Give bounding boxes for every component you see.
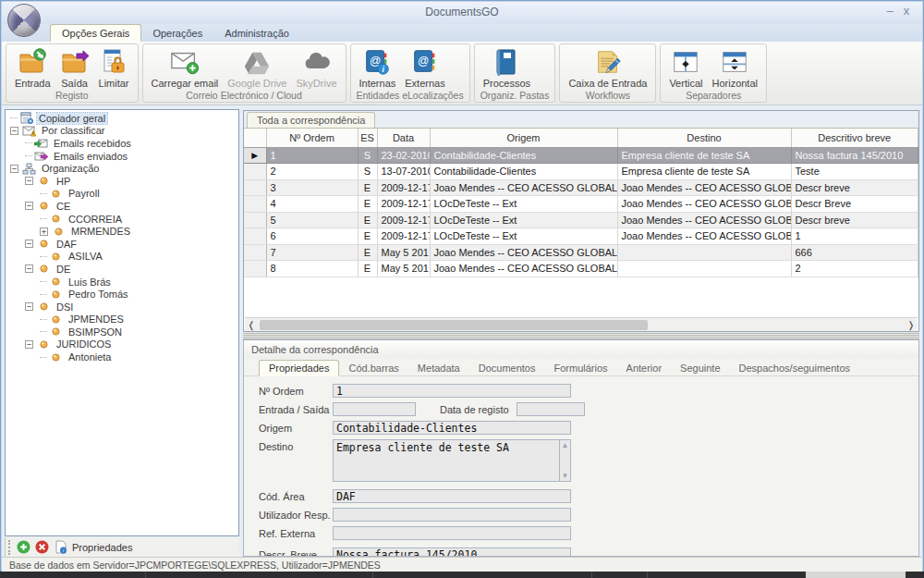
taskbar[interactable]: [0, 572, 924, 578]
collapse-icon[interactable]: −: [10, 165, 18, 173]
delete-button[interactable]: [35, 540, 49, 554]
table-row[interactable]: 5E2009-12-17LOcDeTeste -- ExtJoao Mendes…: [244, 212, 918, 228]
tree-item-luis-bras[interactable]: Luis Brás: [6, 276, 238, 289]
cod-area-input[interactable]: [333, 489, 571, 503]
tree-item-antonieta[interactable]: Antonieta: [6, 350, 238, 363]
utilizador-resp-input[interactable]: [333, 508, 571, 522]
tree-item-por-classificar[interactable]: −Por classificar: [6, 125, 238, 138]
detail-tab-metadata[interactable]: Metadata: [408, 361, 469, 375]
correspondence-table[interactable]: Nº OrdemESDataOrigemDestinoDescritivo br…: [244, 129, 918, 277]
ribbon-button-processos[interactable]: Processos: [479, 46, 535, 90]
taskbar-active-button[interactable]: [806, 572, 906, 578]
collapse-icon[interactable]: −: [10, 127, 18, 135]
ribbon-button-limitar[interactable]: Limitar: [94, 46, 134, 90]
destino-scroll-arrows[interactable]: ▲▼: [559, 439, 571, 482]
detail-tab-propriedades[interactable]: Propriedades: [259, 360, 339, 376]
table-body[interactable]: ▶1S23-02-2010Contabilidade-ClientesEmpre…: [244, 147, 918, 277]
tab-opcoes-gerais[interactable]: Opções Gerais: [50, 24, 141, 42]
ordem-input[interactable]: [333, 384, 571, 398]
ref-externa-input[interactable]: [333, 526, 571, 540]
descr-breve-input[interactable]: [333, 547, 571, 557]
ribbon-button-vertical[interactable]: Vertical: [664, 46, 707, 90]
application-menu-orb-icon[interactable]: [7, 4, 41, 37]
ribbon-button-horizontal[interactable]: Horizontal: [707, 46, 762, 90]
table-header[interactable]: Nº OrdemESDataOrigemDestinoDescritivo br…: [244, 129, 918, 147]
table-row[interactable]: 4E2009-12-17LOcDeTeste -- ExtJoao Mendes…: [244, 196, 918, 213]
ribbon-button-google-drive[interactable]: Google Drive: [223, 46, 291, 90]
origem-input[interactable]: [333, 421, 571, 435]
column-header-destino[interactable]: Destino: [617, 129, 791, 147]
tree-item-ce[interactable]: −CE: [6, 200, 238, 213]
column-header-origem[interactable]: Origem: [430, 129, 617, 147]
properties-icon[interactable]: i: [54, 540, 67, 554]
detail-tab-seguinte[interactable]: Seguinte: [671, 361, 729, 375]
scroll-left-icon[interactable]: ❬: [245, 320, 258, 330]
tree-item-dsi[interactable]: −DSI: [6, 301, 238, 314]
column-header-data[interactable]: Data: [377, 129, 430, 147]
tree-item-jpmendes[interactable]: JPMENDES: [6, 314, 238, 326]
table-row[interactable]: ▶1S23-02-2010Contabilidade-ClientesEmpre…: [244, 147, 918, 164]
ribbon-button-externas[interactable]: @Externas: [400, 46, 449, 90]
scroll-up-icon[interactable]: ▲: [562, 441, 569, 449]
collapse-icon[interactable]: −: [25, 264, 33, 273]
table-row[interactable]: 3E2009-12-17Joao Mendes -- CEO ACESSO GL…: [244, 179, 918, 196]
table-row[interactable]: 6E2009-12-17LOcDeTeste -- ExtJoao Mendes…: [244, 228, 918, 245]
table-row[interactable]: 7EMay 5 201Joao Mendes -- CEO ACESSO GLO…: [244, 244, 918, 261]
tree-item-emails-recebidos[interactable]: Emails recebidos: [6, 137, 238, 150]
detail-tab-cod-barras[interactable]: Cód.barras: [339, 361, 407, 375]
table-row[interactable]: 8EMay 5 201Joao Mendes -- CEO ACESSO GLO…: [244, 261, 918, 277]
ribbon-button-entrada[interactable]: Entrada: [10, 46, 55, 90]
tree-item-organizacao[interactable]: −Organização: [6, 162, 238, 175]
scroll-down-icon[interactable]: ▼: [562, 472, 569, 480]
ribbon-button-skydrive[interactable]: SkyDrive: [292, 46, 342, 90]
ribbon-button-internas[interactable]: @iInternas: [355, 46, 401, 90]
tree-item-bsimpson[interactable]: BSIMPSON: [6, 326, 238, 338]
column-header-descritivo-breve[interactable]: Descritivo breve: [791, 129, 918, 147]
title-bar[interactable]: DocumentsGO –x: [2, 2, 922, 24]
detail-tab-formularios[interactable]: Formulários: [545, 361, 617, 375]
tree-item-mrmendes[interactable]: +MRMENDES: [6, 225, 238, 238]
tree-item-label: Pedro Tomás: [67, 289, 130, 300]
tree-item-juridicos[interactable]: −JURIDICOS: [6, 338, 238, 351]
tab-operacoes[interactable]: Operações: [141, 25, 213, 41]
folder-in-icon: [18, 47, 47, 77]
entrada-saida-input[interactable]: [333, 402, 416, 416]
tree-item-asilva[interactable]: ASILVA: [6, 251, 238, 264]
destino-textarea[interactable]: Empresa cliente de teste SA: [333, 439, 559, 482]
detail-tab-despachos-seguimentos[interactable]: Despachos/seguimentos: [730, 361, 859, 375]
tree-item-pedro-tomas[interactable]: Pedro Tomás: [6, 288, 238, 301]
folder-tree-panel[interactable]: Copiador geral−Por classificarEmails rec…: [5, 109, 239, 536]
scroll-right-icon[interactable]: ❭: [905, 320, 918, 330]
tree-item-emails-enviados[interactable]: Emails enviados: [6, 150, 238, 163]
tree-item-ccorreia[interactable]: CCORREIA: [6, 213, 238, 226]
ribbon-button-caixa-de-entrada[interactable]: Caixa de Entrada: [564, 46, 651, 90]
tab-administracao[interactable]: Administração: [213, 25, 300, 41]
tab-toda-a-correspondencia[interactable]: Toda a correspondência: [247, 112, 375, 128]
ribbon-button-carregar-email[interactable]: Carregar email: [147, 46, 224, 90]
detail-tab-documentos[interactable]: Documentos: [469, 361, 545, 375]
tree-item-hp[interactable]: −HP: [6, 175, 238, 188]
collapse-icon[interactable]: −: [25, 340, 33, 349]
close-button[interactable]: x: [898, 4, 915, 18]
column-header-es[interactable]: ES: [358, 129, 377, 147]
ribbon-button-saida[interactable]: Saída: [55, 46, 94, 90]
tree-item-copiador-geral[interactable]: Copiador geral: [6, 112, 238, 125]
scrollbar-thumb[interactable]: [260, 320, 648, 330]
minimize-button[interactable]: –: [881, 4, 898, 18]
data-registo-input[interactable]: [517, 402, 585, 416]
tree-item-de[interactable]: −DE: [6, 263, 238, 276]
tree-item-daf[interactable]: −DAF: [6, 238, 238, 251]
table-row[interactable]: 2S13-07-2010Contabilidade-ClientesEmpres…: [244, 164, 918, 180]
add-button[interactable]: [17, 540, 30, 554]
expand-icon[interactable]: +: [40, 228, 48, 236]
detail-tab-anterior[interactable]: Anterior: [617, 361, 672, 375]
collapse-icon[interactable]: −: [25, 302, 33, 311]
collapse-icon[interactable]: −: [25, 202, 33, 210]
panel-splitter[interactable]: [243, 332, 919, 339]
toolbar-grip[interactable]: [8, 540, 12, 555]
tree-item-payroll[interactable]: Payroll: [6, 188, 238, 201]
collapse-icon[interactable]: −: [25, 177, 33, 185]
collapse-icon[interactable]: −: [25, 240, 33, 248]
column-header-n-ordem[interactable]: Nº Ordem: [266, 129, 358, 147]
horizontal-scrollbar[interactable]: ❬ ❭: [245, 317, 918, 331]
